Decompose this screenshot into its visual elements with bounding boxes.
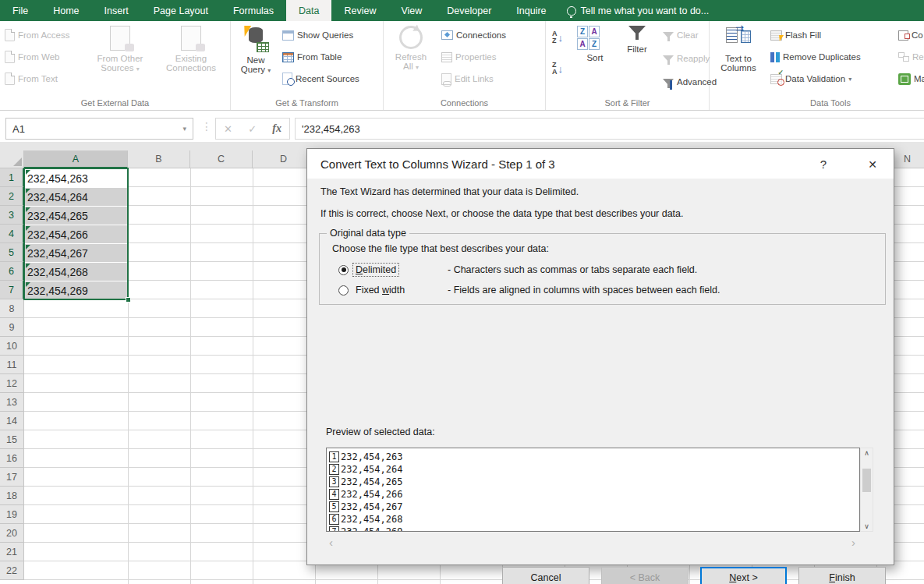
recent-sources-button[interactable]: Recent Sources bbox=[279, 69, 359, 88]
tab-developer[interactable]: Developer bbox=[434, 0, 504, 21]
cell-a1[interactable]: 232,454,263 bbox=[25, 169, 128, 188]
row-header-16[interactable]: 16 bbox=[0, 449, 24, 468]
from-web-button[interactable]: From Web bbox=[2, 48, 69, 66]
column-header-c[interactable]: C bbox=[190, 150, 253, 168]
dialog-title-bar[interactable]: Convert Text to Columns Wizard - Step 1 … bbox=[307, 149, 894, 179]
remove-duplicates-button[interactable]: Remove Duplicates bbox=[767, 48, 861, 66]
row-header-14[interactable]: 14 bbox=[0, 412, 24, 430]
cell-a6[interactable]: 232,454,268 bbox=[25, 263, 128, 281]
row-header-3[interactable]: 3 bbox=[0, 206, 24, 225]
back-button[interactable]: < Back bbox=[601, 567, 689, 584]
column-header-a[interactable]: A bbox=[24, 150, 128, 168]
row-header-20[interactable]: 20 bbox=[0, 524, 24, 543]
cancel-button[interactable]: Cancel bbox=[502, 567, 589, 584]
cell-a3[interactable]: 232,454,265 bbox=[25, 207, 128, 225]
tab-file[interactable]: File bbox=[0, 0, 41, 21]
from-table-button[interactable]: From Table bbox=[279, 48, 359, 66]
row-header-1[interactable]: 1 bbox=[0, 168, 24, 187]
tab-view[interactable]: View bbox=[388, 0, 434, 21]
error-indicator-icon bbox=[26, 245, 30, 250]
fill-handle[interactable] bbox=[126, 297, 131, 303]
row-header-18[interactable]: 18 bbox=[0, 487, 24, 505]
row-header-19[interactable]: 19 bbox=[0, 505, 24, 524]
dialog-close-button[interactable]: ✕ bbox=[862, 155, 883, 174]
from-other-sources-button[interactable]: From Other Sources ▾ bbox=[90, 24, 150, 73]
data-validation-button[interactable]: Data Validation ▾ bbox=[767, 69, 861, 88]
fixed-width-radio-label[interactable]: Fixed width bbox=[353, 284, 407, 296]
fixed-width-radio-button[interactable] bbox=[338, 285, 349, 296]
row-header-8[interactable]: 8 bbox=[0, 299, 24, 318]
dialog-help-button[interactable]: ? bbox=[814, 155, 833, 174]
sort-button[interactable]: Z A A Z Sort bbox=[577, 24, 613, 62]
row-header-12[interactable]: 12 bbox=[0, 374, 24, 393]
row-header-7[interactable]: 7 bbox=[0, 281, 24, 299]
text-to-columns-button[interactable]: ⇉ Text to Columns bbox=[716, 24, 761, 73]
relationships-button[interactable]: Rel bbox=[895, 48, 924, 66]
tab-inquire[interactable]: Inquire bbox=[504, 0, 558, 21]
row-header-10[interactable]: 10 bbox=[0, 337, 24, 356]
filter-button[interactable]: Filter bbox=[619, 24, 655, 54]
tab-review[interactable]: Review bbox=[331, 0, 388, 21]
show-queries-button[interactable]: Show Queries bbox=[279, 26, 359, 44]
connections-button[interactable]: Connections bbox=[438, 26, 506, 44]
scroll-left-icon[interactable]: ‹ bbox=[329, 536, 333, 549]
existing-connections-button[interactable]: Existing Connections bbox=[156, 24, 226, 73]
row-header-2[interactable]: 2 bbox=[0, 187, 24, 206]
delimited-radio-label[interactable]: Delimited bbox=[353, 264, 398, 276]
cell-a5[interactable]: 232,454,267 bbox=[25, 244, 128, 263]
row-header-15[interactable]: 15 bbox=[0, 430, 24, 449]
properties-button[interactable]: Properties bbox=[438, 48, 506, 66]
column-header-d[interactable]: D bbox=[253, 150, 315, 168]
tab-insert[interactable]: Insert bbox=[92, 0, 141, 21]
manage-data-model-button[interactable]: Ma bbox=[895, 69, 924, 88]
flash-fill-button[interactable]: Flash Fill bbox=[767, 26, 861, 44]
next-button[interactable]: Next > bbox=[700, 567, 787, 584]
row-header-21[interactable]: 21 bbox=[0, 543, 24, 561]
data-preview-box[interactable]: 1232,454,263 2232,454,264 3232,454,265 4… bbox=[326, 448, 860, 532]
reapply-filter-button[interactable]: Reapply bbox=[660, 49, 717, 68]
tab-formulas[interactable]: Formulas bbox=[221, 0, 286, 21]
row-header-22[interactable]: 22 bbox=[0, 561, 24, 580]
row-header-11[interactable]: 11 bbox=[0, 356, 24, 374]
sort-ascending-button[interactable]: AZ ↓ bbox=[552, 30, 563, 44]
tell-me-box[interactable]: Tell me what you want to do... bbox=[559, 0, 717, 21]
new-query-button[interactable]: New Query ▾ bbox=[235, 24, 276, 74]
scroll-up-icon[interactable]: ∧ bbox=[861, 449, 873, 457]
finish-button[interactable]: Finish bbox=[798, 567, 886, 584]
tab-page-layout[interactable]: Page Layout bbox=[141, 0, 221, 21]
group-label-sort-filter: Sort & Filter bbox=[546, 98, 709, 108]
sort-descending-button[interactable]: ZA ↓ bbox=[552, 62, 563, 76]
insert-function-icon[interactable]: fx bbox=[272, 122, 281, 135]
cell-a7[interactable]: 232,454,269 bbox=[25, 281, 128, 300]
cell-a4[interactable]: 232,454,266 bbox=[25, 225, 128, 244]
row-header-6[interactable]: 6 bbox=[0, 262, 24, 281]
scroll-down-icon[interactable]: ∨ bbox=[861, 522, 873, 530]
advanced-filter-button[interactable]: Advanced bbox=[660, 73, 717, 91]
formula-input[interactable]: '232,454,263 bbox=[295, 118, 924, 140]
row-header-9[interactable]: 9 bbox=[0, 318, 24, 337]
consolidate-button[interactable]: Co bbox=[895, 26, 924, 44]
row-header-17[interactable]: 17 bbox=[0, 468, 24, 487]
ribbon: From Access From Web From Text From Othe… bbox=[0, 21, 924, 111]
cell-a2[interactable]: 232,454,264 bbox=[25, 188, 128, 207]
scrollbar-thumb[interactable] bbox=[862, 469, 871, 492]
row-header-5[interactable]: 5 bbox=[0, 243, 24, 262]
clear-filter-button[interactable]: Clear bbox=[660, 26, 717, 44]
tab-data[interactable]: Data bbox=[286, 0, 331, 21]
from-text-button[interactable]: From Text bbox=[2, 69, 69, 88]
name-box-dropdown-icon[interactable]: ▾ bbox=[182, 125, 186, 133]
confirm-entry-icon[interactable]: ✓ bbox=[248, 123, 257, 135]
preview-vertical-scrollbar[interactable]: ∧ ∨ bbox=[860, 448, 873, 532]
name-box[interactable]: A1 ▾ bbox=[5, 118, 193, 140]
edit-links-button[interactable]: Edit Links bbox=[438, 69, 506, 88]
row-header-13[interactable]: 13 bbox=[0, 393, 24, 412]
delimited-radio-button[interactable] bbox=[338, 265, 349, 275]
refresh-all-button[interactable]: Refresh All ▾ bbox=[388, 24, 434, 71]
scroll-right-icon[interactable]: › bbox=[851, 536, 855, 549]
select-all-button[interactable] bbox=[0, 150, 24, 168]
from-access-button[interactable]: From Access bbox=[2, 26, 69, 44]
cancel-entry-icon[interactable]: ✕ bbox=[224, 123, 232, 135]
tab-home[interactable]: Home bbox=[41, 0, 91, 21]
row-header-4[interactable]: 4 bbox=[0, 225, 24, 243]
column-header-b[interactable]: B bbox=[128, 150, 190, 168]
